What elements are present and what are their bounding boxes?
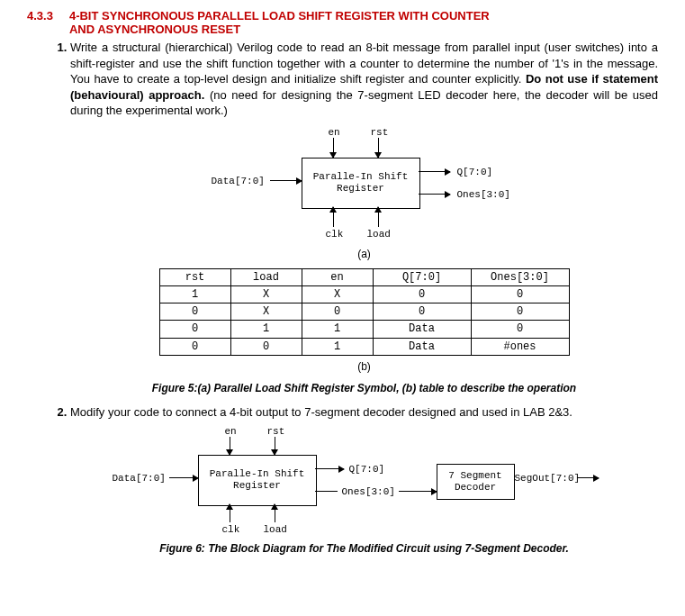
th-q: Q[7:0] xyxy=(373,268,471,285)
lbl-load: load xyxy=(264,523,287,537)
shift-register-box: Paralle-In Shift Register xyxy=(302,158,420,209)
question-1: Write a structural (hierarchical) Verilo… xyxy=(70,40,658,395)
section-title-line2: AND ASYNCHRONOUS RESET xyxy=(69,23,490,36)
section-number: 4.3.3 xyxy=(27,9,53,36)
th-ones: Ones[3:0] xyxy=(471,268,569,285)
lbl-ones: Ones[3:0] xyxy=(457,188,510,202)
figure-6: Paralle-In Shift Register 7 Segment Deco… xyxy=(70,428,658,536)
lbl-segout: SegOut[7:0] xyxy=(515,472,581,485)
table-row: 0 X 0 0 0 xyxy=(159,303,569,321)
lbl-ones: Ones[3:0] xyxy=(342,485,395,499)
th-rst: rst xyxy=(159,268,230,285)
box-label: Paralle-In Shift Register xyxy=(313,171,409,195)
figure-6-caption: Figure 6: The Block Diagram for The Modi… xyxy=(70,541,658,556)
figure-5-caption: Figure 5:(a) Parallel Load Shift Registe… xyxy=(70,381,658,395)
table-row: 1 X X 0 0 xyxy=(159,286,569,303)
lbl-en: en xyxy=(329,126,340,140)
lbl-data: Data[7:0] xyxy=(212,175,265,188)
box1-label: Paralle-In Shift Register xyxy=(210,468,305,492)
truth-table: rst load en Q[7:0] Ones[3:0] 1 X X 0 0 0 xyxy=(159,268,570,356)
th-load: load xyxy=(230,268,302,285)
th-en: en xyxy=(302,268,373,285)
question-2: Modify your code to connect a 4-bit outp… xyxy=(70,404,658,556)
lbl-q: Q[7:0] xyxy=(349,463,385,476)
box2-label: 7 Segment Decoder xyxy=(448,470,501,494)
sublabel-b: (b) xyxy=(70,359,658,374)
lbl-rst: rst xyxy=(267,425,285,439)
lbl-load: load xyxy=(367,228,391,241)
sublabel-a: (a) xyxy=(70,247,658,261)
table-row: 0 0 1 Data #ones xyxy=(159,338,569,355)
lbl-rst: rst xyxy=(371,126,389,140)
lbl-clk: clk xyxy=(326,228,344,241)
table-row: 0 1 1 Data 0 xyxy=(159,321,569,338)
q2-text: Modify your code to connect a 4-bit outp… xyxy=(70,405,572,419)
seven-seg-decoder-box: 7 Segment Decoder xyxy=(437,464,515,500)
section-title-line1: 4-BIT SYNCHRONOUS PARALLEL LOAD SHIFT RE… xyxy=(69,9,490,23)
shift-register-box: Paralle-In Shift Register xyxy=(198,455,317,506)
lbl-en: en xyxy=(225,425,237,439)
lbl-data: Data[7:0] xyxy=(113,472,166,485)
figure-5a: Paralle-In Shift Register en rst Data[7:… xyxy=(70,126,658,243)
section-heading: 4.3.3 4-BIT SYNCHRONOUS PARALLEL LOAD SH… xyxy=(27,9,658,36)
lbl-clk: clk xyxy=(222,523,240,537)
lbl-q: Q[7:0] xyxy=(457,166,493,179)
